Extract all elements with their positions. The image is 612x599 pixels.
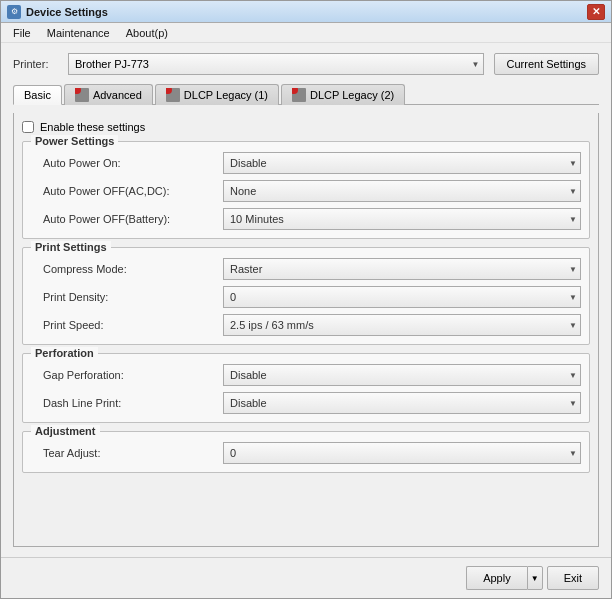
print-density-select-wrapper: -3-2-1 0 123 [223, 286, 581, 308]
title-bar: ⚙ Device Settings ✕ [1, 1, 611, 23]
power-settings-content: Auto Power On: Disable Enable Auto Power… [31, 152, 581, 230]
enable-checkbox[interactable] [22, 121, 34, 133]
bottom-bar: Apply ▼ Exit [1, 557, 611, 598]
auto-power-on-select-wrapper: Disable Enable [223, 152, 581, 174]
auto-power-off-ac-row: Auto Power OFF(AC,DC): None 10 Minutes 2… [31, 180, 581, 202]
printer-label: Printer: [13, 58, 58, 70]
auto-power-off-ac-select[interactable]: None 10 Minutes 20 Minutes 30 Minutes [223, 180, 581, 202]
dash-line-print-select-wrapper: Disable Enable [223, 392, 581, 414]
power-settings-title: Power Settings [31, 135, 118, 147]
print-speed-row: Print Speed: 2.5 ips / 63 mm/s 3.0 ips /… [31, 314, 581, 336]
printer-row: Printer: Brother PJ-773 Current Settings [13, 53, 599, 75]
compress-mode-row: Compress Mode: Raster TIFF None [31, 258, 581, 280]
adjustment-title: Adjustment [31, 425, 100, 437]
print-density-select[interactable]: -3-2-1 0 123 [223, 286, 581, 308]
print-settings-content: Compress Mode: Raster TIFF None Print De… [31, 258, 581, 336]
auto-power-on-select[interactable]: Disable Enable [223, 152, 581, 174]
print-speed-label: Print Speed: [43, 319, 223, 331]
tab-basic[interactable]: Basic [13, 85, 62, 105]
menu-file[interactable]: File [5, 25, 39, 41]
tab-dlcp1-label: DLCP Legacy (1) [184, 89, 268, 101]
main-window: ⚙ Device Settings ✕ File Maintenance Abo… [0, 0, 612, 599]
auto-power-off-ac-label: Auto Power OFF(AC,DC): [43, 185, 223, 197]
perforation-group: Perforation Gap Perforation: Disable Ena… [22, 353, 590, 423]
compress-mode-select-wrapper: Raster TIFF None [223, 258, 581, 280]
print-density-row: Print Density: -3-2-1 0 123 [31, 286, 581, 308]
tab-basic-label: Basic [24, 89, 51, 101]
gap-perforation-row: Gap Perforation: Disable Enable [31, 364, 581, 386]
tab-dlcp1[interactable]: DLCP Legacy (1) [155, 84, 279, 105]
tear-adjust-row: Tear Adjust: -3-2-1 0 123 [31, 442, 581, 464]
auto-power-off-battery-row: Auto Power OFF(Battery): None 10 Minutes… [31, 208, 581, 230]
auto-power-off-battery-select-wrapper: None 10 Minutes 20 Minutes 30 Minutes [223, 208, 581, 230]
dash-line-print-row: Dash Line Print: Disable Enable [31, 392, 581, 414]
title-bar-left: ⚙ Device Settings [7, 5, 108, 19]
close-button[interactable]: ✕ [587, 4, 605, 20]
menu-bar: File Maintenance About(p) [1, 23, 611, 43]
gap-perforation-select-wrapper: Disable Enable [223, 364, 581, 386]
tear-adjust-label: Tear Adjust: [43, 447, 223, 459]
print-settings-group: Print Settings Compress Mode: Raster TIF… [22, 247, 590, 345]
enable-label: Enable these settings [40, 121, 145, 133]
tear-adjust-select[interactable]: -3-2-1 0 123 [223, 442, 581, 464]
tab-dlcp2-label: DLCP Legacy (2) [310, 89, 394, 101]
compress-mode-label: Compress Mode: [43, 263, 223, 275]
content-area: Printer: Brother PJ-773 Current Settings… [1, 43, 611, 557]
tab-dlcp2[interactable]: DLCP Legacy (2) [281, 84, 405, 105]
auto-power-on-row: Auto Power On: Disable Enable [31, 152, 581, 174]
tear-adjust-select-wrapper: -3-2-1 0 123 [223, 442, 581, 464]
tab-advanced-label: Advanced [93, 89, 142, 101]
auto-power-off-battery-select[interactable]: None 10 Minutes 20 Minutes 30 Minutes [223, 208, 581, 230]
window-icon: ⚙ [7, 5, 21, 19]
menu-maintenance[interactable]: Maintenance [39, 25, 118, 41]
auto-power-off-ac-select-wrapper: None 10 Minutes 20 Minutes 30 Minutes [223, 180, 581, 202]
gap-perforation-label: Gap Perforation: [43, 369, 223, 381]
tabs-row: Basic Advanced DLCP Lega [13, 83, 599, 105]
dash-line-print-label: Dash Line Print: [43, 397, 223, 409]
dlcp2-tab-icon [292, 88, 306, 102]
enable-row: Enable these settings [22, 121, 590, 133]
print-density-label: Print Density: [43, 291, 223, 303]
current-settings-button[interactable]: Current Settings [494, 53, 599, 75]
main-panel: Enable these settings Power Settings Aut… [13, 113, 599, 547]
menu-about[interactable]: About(p) [118, 25, 176, 41]
exit-button[interactable]: Exit [547, 566, 599, 590]
print-settings-title: Print Settings [31, 241, 111, 253]
print-speed-select-wrapper: 2.5 ips / 63 mm/s 3.0 ips / 76 mm/s [223, 314, 581, 336]
advanced-tab-icon [75, 88, 89, 102]
adjustment-group: Adjustment Tear Adjust: -3-2-1 0 123 [22, 431, 590, 473]
printer-select-wrapper: Brother PJ-773 [68, 53, 484, 75]
power-settings-group: Power Settings Auto Power On: Disable En… [22, 141, 590, 239]
gap-perforation-select[interactable]: Disable Enable [223, 364, 581, 386]
perforation-title: Perforation [31, 347, 98, 359]
auto-power-on-label: Auto Power On: [43, 157, 223, 169]
printer-select[interactable]: Brother PJ-773 [68, 53, 484, 75]
window-title: Device Settings [26, 6, 108, 18]
apply-wrapper: Apply ▼ [466, 566, 543, 590]
print-speed-select[interactable]: 2.5 ips / 63 mm/s 3.0 ips / 76 mm/s [223, 314, 581, 336]
apply-button[interactable]: Apply [466, 566, 527, 590]
dlcp1-tab-icon [166, 88, 180, 102]
apply-dropdown-arrow[interactable]: ▼ [527, 566, 543, 590]
dash-line-print-select[interactable]: Disable Enable [223, 392, 581, 414]
adjustment-content: Tear Adjust: -3-2-1 0 123 [31, 442, 581, 464]
compress-mode-select[interactable]: Raster TIFF None [223, 258, 581, 280]
perforation-content: Gap Perforation: Disable Enable Dash Lin… [31, 364, 581, 414]
auto-power-off-battery-label: Auto Power OFF(Battery): [43, 213, 223, 225]
tab-advanced[interactable]: Advanced [64, 84, 153, 105]
